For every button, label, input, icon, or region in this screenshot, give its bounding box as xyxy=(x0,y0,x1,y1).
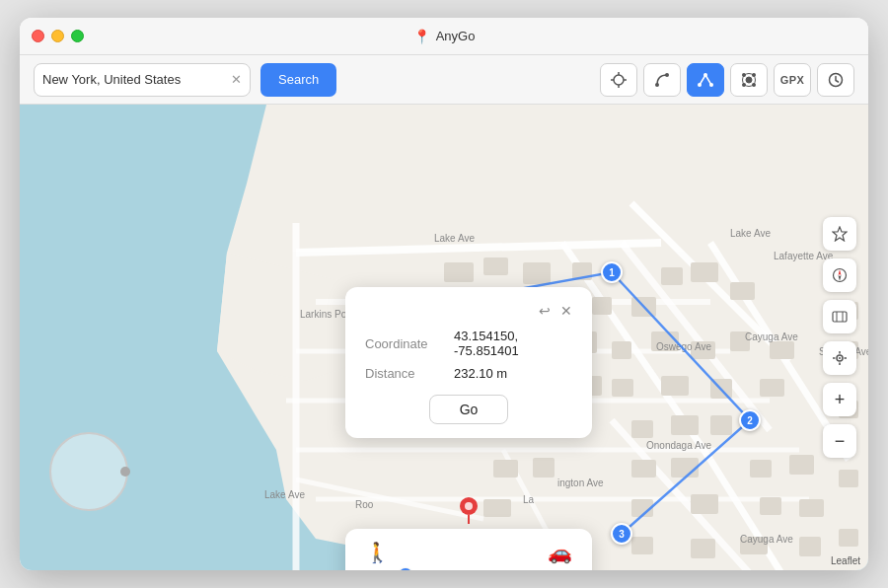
app-logo-icon: 📍 xyxy=(413,29,430,44)
location-icon xyxy=(832,350,848,366)
gps-icon xyxy=(740,71,758,89)
coord-label: Coordinate xyxy=(365,336,454,351)
svg-point-14 xyxy=(742,73,746,77)
svg-point-16 xyxy=(742,83,746,87)
popup-close-button[interactable]: ✕ xyxy=(560,303,572,319)
waypoint-1[interactable]: 1 xyxy=(601,261,623,283)
location-button[interactable] xyxy=(823,341,856,375)
popup-undo-button[interactable]: ↩ xyxy=(539,303,551,319)
svg-point-15 xyxy=(752,83,756,87)
favorite-button[interactable] xyxy=(823,217,856,251)
coord-value: 43.154150, -75.851401 xyxy=(454,329,572,358)
waypoint-2[interactable]: 2 xyxy=(739,409,761,431)
zoom-out-button[interactable]: − xyxy=(823,424,856,458)
distance-value: 232.10 m xyxy=(454,366,507,381)
svg-point-13 xyxy=(752,73,756,77)
compass-button[interactable] xyxy=(823,258,856,292)
clear-search-button[interactable]: ✕ xyxy=(226,70,246,90)
joystick[interactable] xyxy=(49,432,128,511)
history-button[interactable] xyxy=(817,63,854,97)
svg-point-5 xyxy=(655,83,659,87)
mapview-button[interactable] xyxy=(823,300,856,333)
speed-slider-thumb xyxy=(399,568,412,570)
app-title: 📍 AnyGo xyxy=(413,29,476,44)
distance-label: Distance xyxy=(365,366,454,381)
compass-icon xyxy=(832,267,848,283)
svg-point-9 xyxy=(709,83,713,87)
crosshair-icon xyxy=(610,71,628,89)
speed-panel: 🚶 🚗 Speed 2 m/s,7.20 km/h xyxy=(345,529,592,570)
car-icon: 🚗 xyxy=(548,541,572,564)
maximize-button[interactable] xyxy=(71,30,84,42)
route-icon xyxy=(653,71,671,89)
svg-point-8 xyxy=(703,73,707,77)
svg-rect-96 xyxy=(833,312,847,322)
teleport-button[interactable] xyxy=(600,63,637,97)
go-button[interactable]: Go xyxy=(429,395,509,424)
svg-point-91 xyxy=(465,502,473,510)
app-title-text: AnyGo xyxy=(436,29,476,43)
map-credit: Leaflet xyxy=(831,555,860,566)
speed-icons-row: 🚶 🚗 xyxy=(365,541,572,564)
route-button[interactable] xyxy=(643,63,681,97)
svg-point-0 xyxy=(614,75,624,85)
waypoint-3[interactable]: 3 xyxy=(611,523,632,545)
titlebar: 📍 AnyGo xyxy=(20,18,868,55)
svg-marker-95 xyxy=(839,275,842,281)
walk-icon: 🚶 xyxy=(365,541,390,564)
minimize-button[interactable] xyxy=(51,30,64,42)
multipoint-button[interactable] xyxy=(687,63,724,97)
app-window: 📍 AnyGo ✕ Search xyxy=(20,18,868,570)
coordinate-row: Coordinate 43.154150, -75.851401 xyxy=(365,329,572,358)
gpx-button[interactable]: GPX xyxy=(774,63,811,97)
poi-marker[interactable] xyxy=(459,496,479,529)
svg-marker-92 xyxy=(833,227,847,241)
map-area[interactable]: Lake Ave Lake Ave Lafayette Ave Oswego A… xyxy=(20,105,868,570)
history-icon xyxy=(828,72,844,88)
svg-point-6 xyxy=(665,73,669,77)
info-popup: ↩ ✕ Coordinate 43.154150, -75.851401 Dis… xyxy=(345,287,592,438)
close-button[interactable] xyxy=(32,30,44,42)
map-view-icon xyxy=(832,309,848,325)
toolbar-right: GPX xyxy=(600,63,854,97)
zoom-in-button[interactable]: + xyxy=(823,383,856,416)
poi-pin-icon xyxy=(459,496,479,524)
traffic-lights xyxy=(32,30,84,42)
toolbar: ✕ Search xyxy=(20,55,868,105)
svg-point-7 xyxy=(698,83,702,87)
svg-point-100 xyxy=(839,357,841,359)
search-button[interactable]: Search xyxy=(260,63,336,97)
distance-row: Distance 232.10 m xyxy=(365,366,572,381)
svg-marker-94 xyxy=(839,269,842,275)
joystick-thumb xyxy=(120,467,130,477)
gpx-label: GPX xyxy=(780,74,805,86)
gps-button[interactable] xyxy=(730,63,768,97)
star-icon xyxy=(832,226,848,242)
popup-header: ↩ ✕ xyxy=(365,303,572,319)
search-input[interactable] xyxy=(35,72,226,87)
search-container: ✕ xyxy=(34,63,251,97)
multipoint-icon xyxy=(697,71,714,89)
right-sidebar: + − xyxy=(823,217,856,458)
